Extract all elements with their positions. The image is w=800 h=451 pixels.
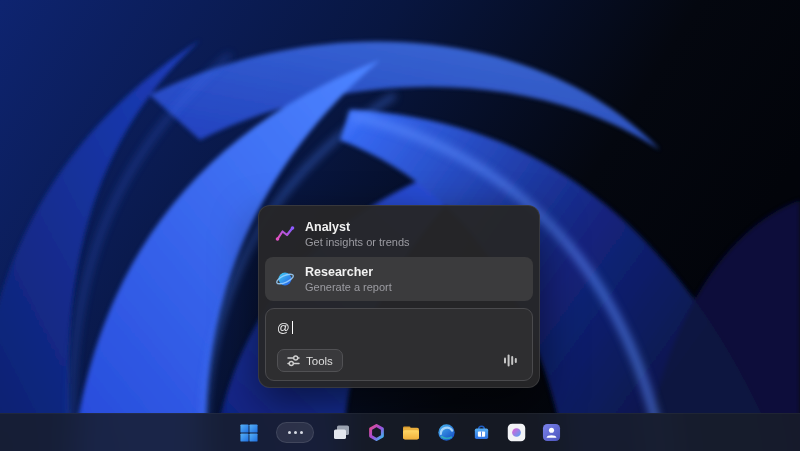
store-button[interactable] (466, 418, 496, 448)
analyst-trend-icon (275, 224, 295, 244)
edge-icon (437, 423, 456, 442)
copilot-ellipsis-button[interactable] (276, 422, 314, 443)
m365-copilot-button[interactable] (361, 418, 391, 448)
copilot-icon (507, 423, 526, 442)
agent-picker-popup: Analyst Get insights or trends Researche (258, 205, 540, 388)
voice-waveform-icon[interactable] (499, 350, 521, 372)
m365-copilot-icon (367, 423, 386, 442)
agent-item-researcher[interactable]: Researcher Generate a report (265, 257, 533, 302)
sliders-icon (287, 354, 300, 367)
store-icon (472, 423, 491, 442)
taskbar (0, 413, 800, 451)
teams-button[interactable] (536, 418, 566, 448)
agent-description: Generate a report (305, 280, 392, 294)
agent-text: Researcher Generate a report (305, 264, 392, 295)
desktop: Analyst Get insights or trends Researche (0, 0, 800, 451)
agent-item-analyst[interactable]: Analyst Get insights or trends (265, 212, 533, 257)
file-explorer-button[interactable] (396, 418, 426, 448)
tools-button[interactable]: Tools (277, 349, 343, 372)
composer: @ Tools (265, 308, 533, 381)
edge-button[interactable] (431, 418, 461, 448)
composer-text: @ (277, 321, 290, 335)
agent-list: Analyst Get insights or trends Researche (265, 212, 533, 301)
start-icon (240, 424, 258, 442)
composer-toolbar: Tools (277, 349, 521, 372)
copilot-button[interactable] (501, 418, 531, 448)
agent-description: Get insights or trends (305, 235, 410, 249)
text-caret (292, 321, 294, 334)
ellipsis-icon (288, 431, 291, 434)
task-view-icon (332, 423, 351, 442)
researcher-globe-icon (275, 269, 295, 289)
agent-name: Researcher (305, 264, 392, 280)
composer-input[interactable]: @ (277, 318, 521, 336)
agent-text: Analyst Get insights or trends (305, 219, 410, 250)
file-explorer-icon (401, 423, 421, 443)
start-button[interactable] (234, 418, 264, 448)
taskbar-center-group (234, 418, 566, 448)
tools-label: Tools (306, 355, 333, 367)
agent-name: Analyst (305, 219, 410, 235)
task-view-button[interactable] (326, 418, 356, 448)
teams-icon (542, 423, 561, 442)
